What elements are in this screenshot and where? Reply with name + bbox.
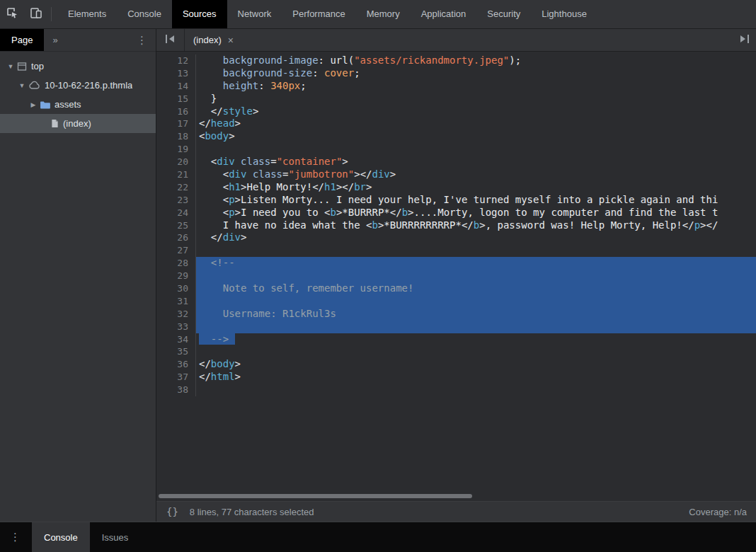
code-content: <p>Listen Morty... I need your help, I'v…	[196, 194, 756, 207]
drawer-tab-strip: ConsoleIssues	[32, 522, 140, 552]
code-line[interactable]: 14 height: 340px;	[156, 80, 756, 93]
code-content: <body>	[196, 130, 756, 143]
line-number: 32	[156, 308, 196, 321]
code-line[interactable]: 25 I have no idea what the <b>*BURRRRRRR…	[156, 219, 756, 232]
editor-tab-index[interactable]: (index) ×	[185, 29, 242, 51]
tree-item-label: assets	[55, 99, 81, 110]
code-line[interactable]: 12 background-image: url("assets/rickand…	[156, 54, 756, 67]
drawer-tab-issues[interactable]: Issues	[90, 522, 141, 552]
line-number: 16	[156, 105, 196, 118]
code-content: <!--	[196, 257, 756, 270]
file-tree: ▼top▼10-10-62-216.p.thmla▶assets(index)	[0, 52, 156, 133]
tree-item-assets[interactable]: ▶assets	[0, 95, 156, 114]
code-line[interactable]: 15 }	[156, 93, 756, 105]
code-line[interactable]: 38	[156, 384, 756, 396]
code-line[interactable]: 35	[156, 345, 756, 358]
main-tab-strip: ElementsConsoleSourcesNetworkPerformance…	[57, 0, 597, 28]
horizontal-scrollbar[interactable]	[156, 491, 756, 501]
main-toolbar: ElementsConsoleSourcesNetworkPerformance…	[0, 0, 756, 29]
line-number: 25	[156, 219, 196, 232]
tree-expanded-arrow-icon[interactable]: ▼	[6, 63, 16, 70]
line-number: 27	[156, 244, 196, 257]
code-line[interactable]: 32 Username: R1ckRul3s	[156, 308, 756, 321]
code-content	[196, 384, 756, 396]
editor-statusbar: {} 8 lines, 77 characters selected Cover…	[156, 501, 756, 522]
code-line[interactable]: 24 <p>I need you to <b>*BURRRP*</b>....M…	[156, 207, 756, 219]
code-line[interactable]: 36</body>	[156, 358, 756, 371]
main-tab-security[interactable]: Security	[476, 0, 531, 28]
code-line[interactable]: 23 <p>Listen Morty... I need your help, …	[156, 194, 756, 207]
more-tabs-icon[interactable]: »	[52, 35, 57, 45]
editor-tabbar: (index) ×	[156, 29, 756, 52]
code-content: <div class="container">	[196, 156, 756, 168]
main-tab-application[interactable]: Application	[411, 0, 477, 28]
code-content: background-size: cover;	[196, 67, 756, 80]
editor-tab-label: (index)	[193, 35, 222, 45]
code-line[interactable]: 17</head>	[156, 117, 756, 130]
line-number: 34	[156, 333, 196, 346]
code-line[interactable]: 18<body>	[156, 130, 756, 143]
tree-item-10-10-62-216-p-thmla[interactable]: ▼10-10-62-216.p.thmla	[0, 76, 156, 95]
main-tab-performance[interactable]: Performance	[282, 0, 355, 28]
line-number: 23	[156, 194, 196, 207]
code-line[interactable]: 29	[156, 270, 756, 282]
pretty-print-icon[interactable]: {}	[166, 506, 178, 517]
hide-navigator-button[interactable]	[156, 29, 185, 51]
code-content: height: 340px;	[196, 80, 756, 93]
code-line[interactable]: 13 background-size: cover;	[156, 67, 756, 80]
devtools-window: ElementsConsoleSourcesNetworkPerformance…	[0, 0, 756, 552]
line-number: 26	[156, 231, 196, 244]
tree-item-top[interactable]: ▼top	[0, 57, 156, 76]
main-tab-memory[interactable]: Memory	[356, 0, 411, 28]
code-line[interactable]: 37</html>	[156, 371, 756, 384]
file-icon	[51, 119, 59, 128]
code-line[interactable]: 33	[156, 321, 756, 333]
code-line[interactable]: 16 </style>	[156, 105, 756, 118]
close-tab-icon[interactable]: ×	[228, 35, 234, 46]
navigator-tab-page[interactable]: Page	[0, 29, 44, 51]
panel-right-arrow-icon	[738, 34, 750, 47]
code-content: </div>	[196, 231, 756, 244]
code-line[interactable]: 22 <h1>Help Morty!</h1></br>	[156, 181, 756, 194]
tree-expanded-arrow-icon[interactable]: ▼	[17, 82, 27, 89]
main-tab-elements[interactable]: Elements	[57, 0, 117, 28]
code-line[interactable]: 31	[156, 295, 756, 308]
console-drawer: ⋮ ConsoleIssues	[0, 522, 756, 552]
inspect-element-button[interactable]	[0, 4, 24, 25]
device-toolbar-button[interactable]	[24, 4, 48, 25]
horizontal-scrollbar-thumb[interactable]	[159, 494, 472, 498]
drawer-tab-console[interactable]: Console	[32, 522, 90, 552]
code-line[interactable]: 19	[156, 143, 756, 156]
code-line[interactable]: 27	[156, 244, 756, 257]
navigator-menu-icon[interactable]: ⋮	[137, 34, 147, 47]
navigator-header: Page » ⋮	[0, 29, 156, 52]
line-number: 28	[156, 257, 196, 270]
main-tab-network[interactable]: Network	[227, 0, 282, 28]
drawer-menu-icon[interactable]: ⋮	[10, 531, 21, 544]
line-number: 29	[156, 270, 196, 282]
code-line[interactable]: 34 -->	[156, 333, 756, 346]
tree-item--index-[interactable]: (index)	[0, 114, 156, 133]
code-line[interactable]: 21 <div class="jumbotron"></div>	[156, 168, 756, 181]
code-line[interactable]: 26 </div>	[156, 231, 756, 244]
line-number: 35	[156, 345, 196, 358]
line-number: 24	[156, 207, 196, 219]
line-number: 21	[156, 168, 196, 181]
main-tab-sources[interactable]: Sources	[172, 0, 227, 28]
tree-item-label: (index)	[63, 118, 91, 129]
code-content: </head>	[196, 117, 756, 130]
tree-collapsed-arrow-icon[interactable]: ▶	[28, 101, 38, 108]
tree-item-label: 10-10-62-216.p.thmla	[45, 80, 132, 91]
show-debugger-button[interactable]	[732, 29, 756, 51]
line-number: 31	[156, 295, 196, 308]
code-line[interactable]: 28 <!--	[156, 257, 756, 270]
code-line[interactable]: 30 Note to self, remember username!	[156, 282, 756, 295]
code-content: <p>I need you to <b>*BURRRP*</b>....Mort…	[196, 207, 756, 219]
code-content: <div class="jumbotron"></div>	[196, 168, 756, 181]
code-line[interactable]: 20 <div class="container">	[156, 156, 756, 168]
code-editor[interactable]: 12 background-image: url("assets/rickand…	[156, 52, 756, 491]
line-number: 30	[156, 282, 196, 295]
main-tab-console[interactable]: Console	[117, 0, 172, 28]
line-number: 36	[156, 358, 196, 371]
main-tab-lighthouse[interactable]: Lighthouse	[531, 0, 597, 28]
